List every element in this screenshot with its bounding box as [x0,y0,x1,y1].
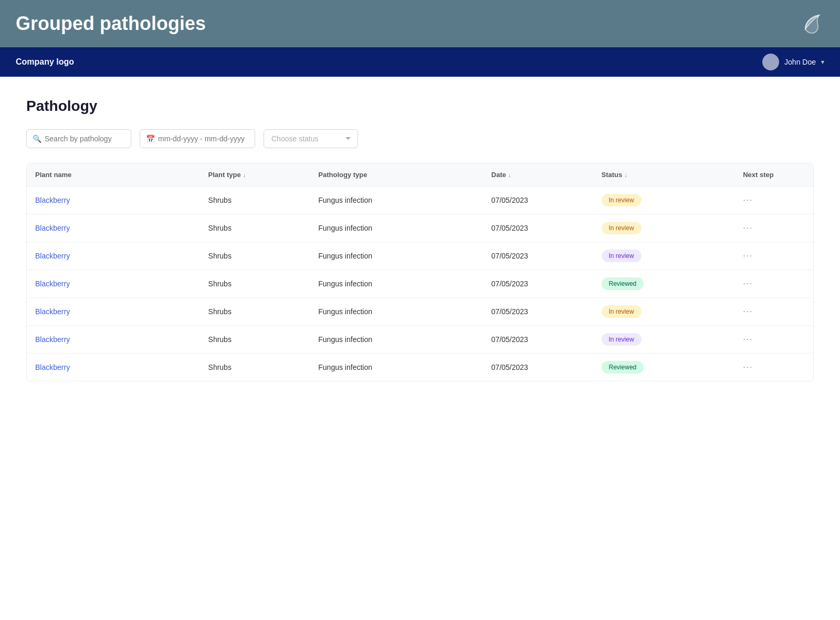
cell-next-step: ··· [734,298,813,326]
cell-date: 07/05/2023 [483,242,593,270]
cell-next-step: ··· [734,326,813,354]
cell-pathology-type: Fungus infection [310,326,483,354]
more-options-button[interactable]: ··· [743,335,753,344]
company-logo-label: Company logo [16,57,74,67]
col-header-plant-type[interactable]: Plant type↓ [200,163,310,187]
col-header-status[interactable]: Status↓ [593,163,735,187]
cell-pathology-type: Fungus infection [310,242,483,270]
col-header-pathology-type: Pathology type [310,163,483,187]
date-range-input[interactable] [140,129,255,148]
table-row: Blackberry Shrubs Fungus infection 07/05… [27,298,813,326]
table-row: Blackberry Shrubs Fungus infection 07/05… [27,354,813,381]
cell-pathology-type: Fungus infection [310,354,483,381]
pathology-table: Plant name Plant type↓ Pathology type Da… [27,163,813,381]
search-icon: 🔍 [33,135,41,143]
cell-date: 07/05/2023 [483,354,593,381]
more-options-button[interactable]: ··· [743,279,753,288]
col-header-date[interactable]: Date↓ [483,163,593,187]
user-menu[interactable]: John Doe ▾ [762,54,824,70]
search-input[interactable] [26,129,131,148]
cell-plant-type: Shrubs [200,187,310,214]
table-row: Blackberry Shrubs Fungus infection 07/05… [27,270,813,298]
cell-date: 07/05/2023 [483,187,593,214]
navbar: Company logo John Doe ▾ [0,47,840,77]
leaf-logo-icon [799,11,824,36]
cell-plant-name: Blackberry [27,354,200,381]
cell-date: 07/05/2023 [483,326,593,354]
more-options-button[interactable]: ··· [743,363,753,372]
cell-plant-type: Shrubs [200,298,310,326]
top-banner-title: Grouped pathologies [16,13,206,35]
status-badge: In review [602,194,642,206]
cell-plant-name: Blackberry [27,187,200,214]
table-row: Blackberry Shrubs Fungus infection 07/05… [27,242,813,270]
more-options-button[interactable]: ··· [743,251,753,261]
status-badge: Reviewed [602,277,644,290]
plant-name-link[interactable]: Blackberry [35,280,70,288]
cell-date: 07/05/2023 [483,214,593,242]
top-banner: Grouped pathologies [0,0,840,47]
cell-plant-name: Blackberry [27,242,200,270]
table-row: Blackberry Shrubs Fungus infection 07/05… [27,214,813,242]
cell-plant-type: Shrubs [200,270,310,298]
cell-next-step: ··· [734,187,813,214]
cell-date: 07/05/2023 [483,270,593,298]
plant-name-link[interactable]: Blackberry [35,252,70,260]
cell-status: In review [593,187,735,214]
plant-name-link[interactable]: Blackberry [35,307,70,316]
cell-next-step: ··· [734,242,813,270]
cell-plant-type: Shrubs [200,354,310,381]
more-options-button[interactable]: ··· [743,307,753,316]
table-row: Blackberry Shrubs Fungus infection 07/05… [27,187,813,214]
cell-plant-type: Shrubs [200,326,310,354]
plant-name-link[interactable]: Blackberry [35,335,70,344]
cell-pathology-type: Fungus infection [310,298,483,326]
col-header-plant-name: Plant name [27,163,200,187]
cell-status: In review [593,214,735,242]
cell-plant-name: Blackberry [27,214,200,242]
cell-status: In review [593,326,735,354]
main-content: Pathology 🔍 📅 Choose statusIn reviewRevi… [0,77,840,620]
pathology-table-container: Plant name Plant type↓ Pathology type Da… [26,163,814,381]
chevron-down-icon: ▾ [821,58,824,66]
status-badge: In review [602,333,642,346]
status-badge: In review [602,305,642,318]
cell-status: In review [593,298,735,326]
table-body: Blackberry Shrubs Fungus infection 07/05… [27,187,813,381]
cell-status: In review [593,242,735,270]
cell-plant-name: Blackberry [27,298,200,326]
cell-pathology-type: Fungus infection [310,187,483,214]
filters-row: 🔍 📅 Choose statusIn reviewReviewed [26,129,814,148]
status-badge: In review [602,250,642,262]
col-header-next-step: Next step [734,163,813,187]
calendar-icon: 📅 [146,135,155,143]
cell-date: 07/05/2023 [483,298,593,326]
search-wrapper: 🔍 [26,129,131,148]
plant-name-link[interactable]: Blackberry [35,363,70,371]
avatar [762,54,779,70]
table-header: Plant name Plant type↓ Pathology type Da… [27,163,813,187]
cell-next-step: ··· [734,270,813,298]
cell-plant-name: Blackberry [27,326,200,354]
cell-pathology-type: Fungus infection [310,214,483,242]
table-row: Blackberry Shrubs Fungus infection 07/05… [27,326,813,354]
cell-pathology-type: Fungus infection [310,270,483,298]
plant-name-link[interactable]: Blackberry [35,196,70,204]
date-wrapper: 📅 [140,129,255,148]
status-select[interactable]: Choose statusIn reviewReviewed [264,129,358,148]
status-badge: In review [602,222,642,234]
user-name: John Doe [784,58,816,66]
cell-plant-name: Blackberry [27,270,200,298]
status-badge: Reviewed [602,361,644,374]
cell-status: Reviewed [593,354,735,381]
more-options-button[interactable]: ··· [743,223,753,233]
cell-next-step: ··· [734,214,813,242]
cell-plant-type: Shrubs [200,242,310,270]
more-options-button[interactable]: ··· [743,195,753,205]
cell-status: Reviewed [593,270,735,298]
cell-next-step: ··· [734,354,813,381]
cell-plant-type: Shrubs [200,214,310,242]
plant-name-link[interactable]: Blackberry [35,224,70,232]
page-title: Pathology [26,98,814,115]
